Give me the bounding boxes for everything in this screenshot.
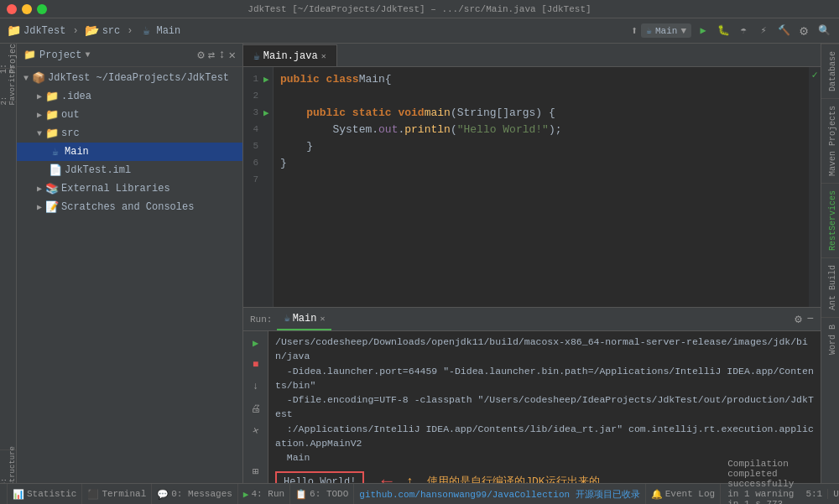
wordb-strip[interactable]: Word B — [821, 317, 839, 361]
run-config-selector[interactable]: ☕ Main ▼ — [641, 23, 691, 38]
statusbar-link[interactable]: github.com/hansonwang99/JavaCollection 开… — [354, 484, 645, 504]
run-settings-icon[interactable]: ⚙ — [795, 312, 801, 326]
run-collapse-icon[interactable]: − — [807, 312, 814, 326]
run-gutter-3[interactable]: ▶ — [263, 107, 269, 118]
close-button[interactable] — [7, 4, 17, 14]
tree-arrow-src: ▼ — [34, 127, 45, 139]
coverage-button[interactable]: ☂ — [735, 23, 752, 39]
statusbar-run[interactable]: ▶ 4: Run — [238, 484, 290, 504]
window-title: JdkTest [~/IdeaProjects/JdkTest] – .../s… — [248, 4, 591, 14]
run-gutter-1[interactable]: ▶ — [263, 74, 269, 85]
right-sidebar: Database Maven Projects RestServices Ant… — [821, 44, 839, 483]
gear-icon[interactable]: ⚙ — [197, 48, 204, 62]
clear-button[interactable]: ✕ — [245, 419, 267, 441]
tree-arrow-idea: ▶ — [34, 91, 45, 102]
favorites-strip-item[interactable]: 2: Favorites — [0, 69, 16, 102]
run-panel-collapse[interactable]: ⊞ — [248, 463, 264, 480]
code-line-6: } — [280, 154, 802, 171]
statusbar-statistic[interactable]: 📊 Statistic — [7, 484, 82, 504]
tab-java-icon: ☕ — [253, 49, 260, 63]
tree-label-idea: .idea — [61, 91, 91, 102]
line-num-7: 7 — [243, 171, 263, 188]
src-icon: 📂 — [86, 24, 99, 38]
run-controls: ▶ ■ ↓ 🖨 ✕ ⊞ — [243, 331, 268, 483]
expand-icon[interactable]: ⇄ — [208, 48, 215, 62]
settings-button[interactable]: ⚙ — [795, 23, 812, 39]
tree-item-src[interactable]: ▼ 📁 src — [17, 124, 242, 143]
project-panel-dropdown[interactable]: ▼ — [85, 50, 90, 60]
middle-section: 1: Project 2: Favorites 3: Structure 📁 P… — [0, 44, 839, 483]
structure-strip-item[interactable]: 3: Structure — [0, 449, 16, 483]
folder-icon-idea: 📁 — [45, 90, 59, 103]
line-numbers-gutter: 1 ▶ 2 3 ▶ 4 — [243, 67, 274, 307]
main-icon: ☕ — [139, 24, 153, 38]
scroll-to-end[interactable]: ↓ — [248, 378, 264, 395]
run-button[interactable]: ▶ — [695, 23, 711, 39]
collapse-icon[interactable]: ↕ — [218, 48, 225, 62]
print-button[interactable]: 🖨 — [248, 400, 264, 417]
build-button[interactable]: 🔨 — [775, 23, 792, 39]
statusbar-encoding[interactable]: UTF-8 — [828, 489, 839, 499]
vcs-icon[interactable]: ⬆ — [631, 23, 638, 38]
statusbar-terminal[interactable]: ⬛ Terminal — [82, 484, 152, 504]
hide-icon[interactable]: ✕ — [229, 48, 236, 62]
statusbar-event-log[interactable]: 🔔 Event Log — [646, 484, 721, 504]
toolbar-main[interactable]: ☕ Main — [139, 24, 180, 38]
maven-strip[interactable]: Maven Projects — [821, 98, 839, 183]
tree-arrow-root: ▼ — [20, 72, 32, 84]
gutter-line-4: 4 — [243, 121, 273, 138]
statusbar-messages[interactable]: 💬 0: Messages — [152, 484, 238, 504]
terminal-icon: ⬛ — [87, 489, 99, 500]
search-button[interactable]: 🔍 — [816, 23, 832, 39]
statusbar-todo[interactable]: 📋 6: TODO — [290, 484, 354, 504]
tree-arrow-scratches: ▶ — [34, 201, 45, 213]
tree-item-out[interactable]: ▶ 📁 out — [17, 106, 242, 124]
statusbar-line-col[interactable]: 5:1 — [800, 489, 828, 499]
todo-icon: 📋 — [295, 489, 307, 500]
maximize-button[interactable] — [37, 4, 47, 14]
debug-button[interactable]: 🐛 — [715, 23, 732, 39]
run-tab-icon: ☕ — [284, 312, 289, 325]
run-tab-close[interactable]: ✕ — [320, 314, 325, 324]
run-panel-tab-main[interactable]: ☕ Main ✕ — [277, 309, 331, 330]
code-line-5: } — [280, 138, 802, 154]
code-area[interactable]: public class Main { public static void m… — [274, 67, 809, 307]
window-controls — [7, 4, 47, 14]
tree-label-src: src — [61, 127, 80, 139]
hello-world-row: Hello World! ← ↑ 使用的是自行编译的JDK运行出来的 — [275, 468, 814, 483]
gutter-line-3: 3 ▶ — [243, 104, 273, 121]
editor-tab-bar: ☕ Main.java ✕ — [243, 44, 821, 67]
tree-item-idea[interactable]: ▶ 📁 .idea — [17, 87, 242, 106]
tree-arrow-extlibs: ▶ — [34, 183, 45, 195]
project-panel-icon: 📁 — [23, 49, 36, 61]
profile-button[interactable]: ⚡ — [755, 23, 772, 39]
annotation-arrow-icon: ↑ — [406, 472, 414, 483]
run-output[interactable]: /Users/codesheep/Downloads/openjdk11/bui… — [268, 331, 821, 483]
code-line-3: public static void main(String[] args) { — [280, 104, 802, 121]
iml-file-icon: 📄 — [49, 164, 62, 177]
stop-button[interactable]: ■ — [248, 356, 264, 373]
check-mark: ✓ — [810, 69, 819, 81]
tab-main-java[interactable]: ☕ Main.java ✕ — [243, 44, 337, 66]
tab-close-icon[interactable]: ✕ — [321, 51, 326, 61]
tree-item-iml[interactable]: 📄 JdkTest.iml — [17, 161, 242, 179]
tree-item-main[interactable]: ☕ Main — [17, 143, 242, 161]
database-strip[interactable]: Database — [821, 44, 839, 98]
rerun-button[interactable]: ▶ — [248, 335, 264, 351]
line-col-label: 5:1 — [805, 489, 822, 499]
tree-label-scratches: Scratches and Consoles — [61, 201, 194, 213]
tree-item-extlibs[interactable]: ▶ 📚 External Libraries — [17, 179, 242, 198]
annotation-text: 使用的是自行编译的JDK运行出来的 — [427, 474, 599, 483]
toolbar-src[interactable]: 📂 src — [86, 24, 121, 38]
gutter-line-5: 5 — [243, 138, 273, 154]
extlibs-icon: 📚 — [45, 182, 59, 195]
project-panel: 📁 Project ▼ ⚙ ⇄ ↕ ✕ ▼ 📦 JdkTest ~/IdeaPr… — [17, 44, 243, 483]
run-config-dropdown-icon: ▼ — [680, 26, 686, 36]
tree-item-root[interactable]: ▼ 📦 JdkTest ~/IdeaProjects/JdkTest — [17, 69, 242, 87]
minimize-button[interactable] — [22, 4, 32, 14]
antbuild-strip[interactable]: Ant Build — [821, 257, 839, 317]
tree-item-scratches[interactable]: ▶ 📝 Scratches and Consoles — [17, 198, 242, 216]
toolbar-project[interactable]: 📁 JdkTest — [7, 24, 65, 38]
toolbar-project-label: JdkTest — [23, 25, 65, 37]
restservices-strip[interactable]: RestServices — [821, 183, 839, 257]
